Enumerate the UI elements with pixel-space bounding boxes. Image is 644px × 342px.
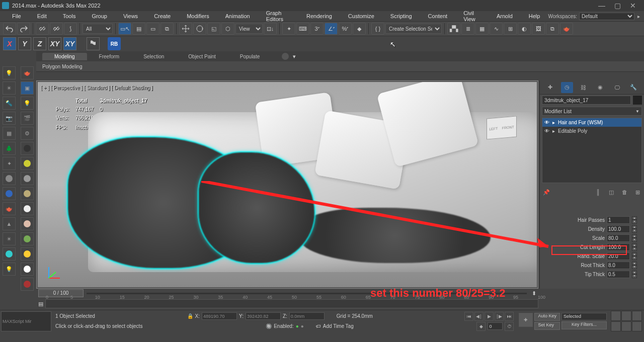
render-frame-button[interactable]: ⧉ (546, 23, 559, 35)
spot-icon[interactable]: 🔦 (3, 97, 16, 110)
edit-sel-set-button[interactable]: { } (371, 23, 384, 35)
axis-y-button[interactable]: Y (18, 37, 31, 50)
pivot-button[interactable]: ⊡↓ (264, 23, 277, 35)
ribbon-tab-selection[interactable]: Selection (131, 53, 176, 60)
object-color-swatch[interactable] (633, 96, 642, 105)
workspaces-selector[interactable]: Workspaces: Default ▸ (548, 13, 640, 20)
menu-create[interactable]: Create (146, 12, 179, 20)
configure-icon[interactable]: ⊞ (633, 188, 642, 197)
ribbon-tab-populate[interactable]: Populate (228, 53, 272, 60)
ribbon-tab-object-paint[interactable]: Object Paint (176, 53, 227, 60)
render-view-icon[interactable]: ▣ (21, 81, 34, 95)
axis-xy2-button[interactable]: XY (63, 37, 76, 50)
light-icon[interactable]: 💡 (21, 97, 34, 110)
select-object-button[interactable]: ▭↖ (118, 23, 131, 35)
param-value-field[interactable] (607, 243, 630, 251)
manipulate-button[interactable]: ✦ (282, 23, 295, 35)
yellow-icon[interactable] (21, 157, 34, 170)
material-editor-button[interactable]: ◐ (518, 23, 531, 35)
window-crossing-button[interactable]: ⧉ (160, 23, 174, 35)
motion-tab-icon[interactable]: ◉ (594, 82, 606, 93)
spinner-snap-button[interactable]: ◆ (353, 23, 366, 35)
spinner-buttons[interactable]: ▲▼ (632, 243, 637, 251)
axis-x-button[interactable]: X (3, 37, 16, 50)
pan-icon[interactable] (611, 311, 621, 321)
time-slider[interactable]: 0 / 100 ⬍ (36, 289, 538, 298)
ribbon-tab-freeform[interactable]: Freeform (87, 53, 132, 60)
green-icon[interactable] (21, 232, 34, 245)
cam-icon[interactable]: 📷 (3, 112, 16, 125)
dark-icon[interactable] (21, 142, 34, 155)
redo-button[interactable] (17, 23, 30, 35)
display-tab-icon[interactable]: 🖵 (611, 82, 623, 93)
spinner-buttons[interactable]: ▲▼ (632, 216, 637, 224)
menu-edit[interactable]: Edit (29, 12, 55, 20)
ribbon-collapse-icon[interactable] (282, 53, 289, 60)
grey-icon[interactable] (21, 172, 34, 185)
current-frame-field[interactable] (488, 322, 503, 330)
ribbon-panel-label[interactable]: Polygon Modeling (36, 61, 644, 71)
object-name-field[interactable] (542, 96, 631, 105)
grid-icon[interactable]: ▦ (3, 127, 16, 140)
pin-stack-icon[interactable]: 📌 (542, 188, 551, 197)
spinner-buttons[interactable]: ▲▼ (632, 225, 637, 233)
unlink-button[interactable] (50, 23, 63, 35)
perspective-viewport[interactable]: [ + ] [ Perspective ] [ Standard ] [ Def… (38, 82, 537, 287)
fov-icon[interactable] (632, 311, 642, 321)
viewport-nav-cluster[interactable] (611, 311, 642, 331)
autokey-button[interactable]: Auto Key (534, 313, 560, 321)
scale-button[interactable]: ◱ (207, 23, 220, 35)
rotate-button[interactable] (193, 23, 206, 35)
flag-button[interactable] (87, 37, 100, 50)
undo-button[interactable] (3, 23, 16, 35)
create-tab-icon[interactable]: ✚ (544, 82, 556, 93)
time-config-button[interactable]: ⏱ (505, 322, 514, 331)
render-setup-button[interactable]: 🖼 (532, 23, 545, 35)
menu-file[interactable]: File (4, 12, 29, 20)
viewport-label[interactable]: [ + ] [ Perspective ] [ Standard ] [ Def… (41, 85, 153, 91)
remove-mod-icon[interactable]: 🗑 (620, 188, 629, 197)
keyboard-shortcut-button[interactable]: ⌨ (296, 23, 309, 35)
select-name-button[interactable]: ▤ (132, 23, 145, 35)
sun-icon[interactable]: ☀ (3, 81, 16, 95)
white2-icon[interactable] (21, 263, 34, 276)
spinner-buttons[interactable]: ▲▼ (632, 234, 637, 242)
modify-tab-icon[interactable]: ◷ (561, 82, 573, 93)
close-button[interactable]: ✕ (630, 2, 636, 10)
menu-animation[interactable]: Animation (217, 12, 258, 20)
goto-end-button[interactable]: ⏭ (505, 312, 514, 321)
teapot-icon[interactable]: 🫖 (21, 66, 34, 79)
show-end-icon[interactable]: ║ (594, 188, 603, 197)
link-button[interactable] (36, 23, 49, 35)
move-button[interactable] (179, 23, 192, 35)
workspaces-dropdown[interactable]: Default (579, 13, 634, 20)
viewcube[interactable]: LEFTFRONT (487, 116, 517, 139)
sun2-icon[interactable]: ☀ (3, 232, 16, 245)
next-frame-button[interactable]: ∣▶ (495, 312, 504, 321)
set-key-large-button[interactable]: ✚ (519, 313, 533, 327)
align-button[interactable]: ≣ (461, 23, 474, 35)
play-button[interactable]: ▶ (485, 312, 494, 321)
zoom-ext-icon[interactable] (611, 321, 621, 331)
hierarchy-tab-icon[interactable]: ⛓ (578, 82, 590, 93)
key-filter-select[interactable] (561, 313, 607, 320)
ref-coord-dropdown[interactable]: View (235, 24, 263, 34)
selection-filter-dropdown[interactable]: All (83, 24, 113, 34)
setkey-button[interactable]: Set Key (534, 322, 560, 330)
red-icon[interactable] (21, 278, 34, 291)
menu-tools[interactable]: Tools (55, 12, 84, 20)
angle-snap-button[interactable]: ∠ʳ (325, 23, 338, 35)
cone2-icon[interactable]: ▲ (3, 217, 16, 230)
goto-start-button[interactable]: ⏮ (464, 312, 473, 321)
key-filters-button[interactable]: Key Filters... (561, 321, 607, 329)
menu-rendering[interactable]: Rendering (298, 12, 340, 20)
blue-icon[interactable] (3, 187, 16, 200)
menu-civil-view[interactable]: Civil View (455, 9, 489, 23)
orbit-icon[interactable] (621, 321, 631, 331)
mod-stack-item[interactable]: 👁▸Hair and Fur (WSM) (542, 118, 641, 127)
time-slider-handle[interactable]: 0 / 100 (38, 289, 84, 297)
ring-icon[interactable] (3, 172, 16, 185)
modifier-list-dropdown[interactable]: Modifier List▼ (542, 107, 642, 116)
gold-icon[interactable] (21, 247, 34, 261)
menu-help[interactable]: Help (521, 12, 548, 20)
